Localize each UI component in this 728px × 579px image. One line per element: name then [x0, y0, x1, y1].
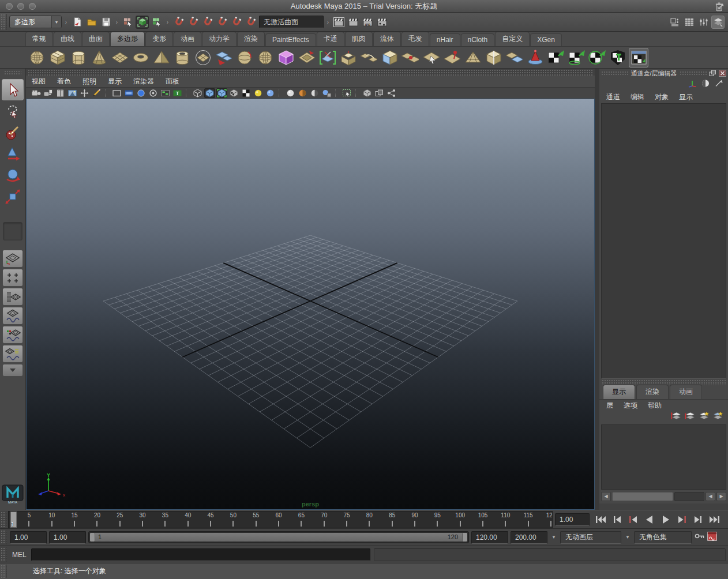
snap-to-point-icon[interactable]	[201, 16, 214, 29]
status-line-handle[interactable]	[1, 14, 7, 30]
time-slider-handle[interactable]	[1, 512, 7, 527]
trash-icon[interactable]	[715, 2, 723, 14]
open-render-view-icon[interactable]	[332, 16, 346, 29]
toolbox-handle[interactable]	[4, 70, 21, 76]
poly-sphere-icon[interactable]	[27, 48, 46, 67]
default-material-icon[interactable]	[285, 88, 296, 98]
render-current-frame-icon[interactable]	[347, 16, 360, 29]
poly-pipe-icon[interactable]	[172, 48, 192, 67]
uv-spherical-mapping-icon[interactable]	[587, 48, 607, 67]
uv-automatic-mapping-icon[interactable]	[608, 48, 628, 67]
new-scene-icon[interactable]	[70, 16, 84, 29]
mel-result-field[interactable]	[374, 548, 726, 561]
move-layer-down-icon[interactable]	[685, 412, 696, 424]
layout-hypershade-persp-button[interactable]	[2, 326, 23, 344]
shelf-tab-常规[interactable]: 常规	[25, 32, 53, 46]
viewport-menu-渲染器[interactable]: 渲染器	[127, 77, 160, 87]
viewport-menu-照明[interactable]: 照明	[77, 77, 102, 87]
manipulator-icon[interactable]	[688, 79, 697, 90]
scroll-left-icon[interactable]: ◀	[706, 492, 715, 501]
shelf-tab-卡通[interactable]: 卡通	[317, 32, 344, 46]
layout-four-pane-button[interactable]	[2, 269, 23, 287]
channel-box-menu-编辑[interactable]: 编辑	[625, 92, 650, 102]
modeling-toolkit-icon[interactable]	[668, 16, 681, 29]
mel-input[interactable]	[31, 548, 370, 561]
safe-action-icon[interactable]	[160, 88, 171, 98]
speed-toggle-icon[interactable]	[701, 79, 710, 90]
shelf-tab-流体[interactable]: 流体	[373, 32, 401, 46]
collapse-handle[interactable]: ›	[325, 15, 331, 29]
viewport-handle[interactable]	[28, 69, 593, 76]
save-scene-icon[interactable]	[99, 16, 112, 29]
channel-box-menu-显示[interactable]: 显示	[674, 92, 698, 102]
layer-tab-显示[interactable]: 显示	[603, 385, 635, 399]
create-layer-from-selected-icon[interactable]	[712, 412, 723, 424]
smooth-shade-icon[interactable]	[204, 88, 215, 98]
playback-start-field[interactable]: 1.00	[49, 531, 86, 544]
shelf-tab-变形[interactable]: 变形	[145, 32, 173, 46]
range-slider[interactable]: 1 120	[88, 531, 469, 543]
rotate-tool[interactable]	[2, 164, 24, 186]
xray-icon[interactable]	[297, 88, 308, 98]
menuset-selector[interactable]: 多边形 ▼	[9, 16, 62, 28]
poly-bevel-icon[interactable]	[380, 48, 399, 67]
paint-select-tool[interactable]	[2, 122, 24, 143]
render-settings-icon[interactable]	[376, 16, 389, 29]
auto-keyframe-icon[interactable]	[694, 532, 705, 543]
last-tool-slot[interactable]	[3, 222, 22, 240]
animation-end-field[interactable]: 200.00	[511, 531, 547, 544]
animation-start-field[interactable]: 1.00	[10, 531, 47, 544]
scroll-left-icon[interactable]: ◀	[601, 492, 611, 501]
make-live-icon[interactable]	[244, 16, 257, 29]
resolution-gate-icon[interactable]	[123, 88, 134, 98]
snap-to-grid-icon[interactable]	[172, 16, 185, 29]
collapse-handle[interactable]: ›	[63, 15, 69, 29]
range-start-handle[interactable]	[90, 533, 95, 542]
ipr-render-icon[interactable]: IPR	[361, 16, 374, 29]
range-end-handle[interactable]	[462, 533, 467, 542]
channel-box-icon[interactable]	[711, 16, 725, 29]
use-all-lights-icon[interactable]	[241, 88, 252, 98]
plugin-shading-icon[interactable]	[321, 88, 332, 98]
channel-box-handle[interactable]	[680, 71, 707, 76]
poly-quadrangulate-icon[interactable]	[483, 48, 503, 67]
move-layer-up-icon[interactable]	[671, 412, 682, 424]
share-view-icon[interactable]	[386, 88, 397, 98]
poly-triangulate-icon[interactable]	[463, 48, 482, 67]
poly-plane-icon[interactable]	[110, 48, 129, 67]
float-panel-icon[interactable]	[709, 69, 716, 79]
snap-to-view-plane-icon[interactable]	[230, 16, 243, 29]
poly-reduce-icon[interactable]	[297, 48, 316, 67]
poly-extrude-icon[interactable]	[338, 48, 358, 67]
shelf-tab-nHair[interactable]: nHair	[430, 33, 460, 46]
shelf-tab-曲面[interactable]: 曲面	[82, 32, 110, 46]
shelf-tab-动画[interactable]: 动画	[174, 32, 201, 46]
image-plane-icon[interactable]	[67, 88, 78, 98]
viewport-menu-着色[interactable]: 着色	[51, 77, 77, 87]
open-scene-icon[interactable]	[85, 16, 98, 29]
step-back-frame-button[interactable]	[609, 512, 625, 527]
tool-settings-icon[interactable]	[697, 16, 710, 29]
layout-outliner-graph-button[interactable]	[2, 345, 23, 363]
snap-to-curve-icon[interactable]	[186, 16, 200, 29]
multi-cut-icon[interactable]	[317, 48, 337, 67]
shelf-tab-渲染[interactable]: 渲染	[237, 32, 265, 46]
gate-mask-icon[interactable]	[136, 88, 147, 98]
goto-end-button[interactable]	[706, 512, 722, 527]
channel-box-menu-对象[interactable]: 对象	[650, 92, 674, 102]
layer-menu-帮助[interactable]: 帮助	[643, 401, 667, 411]
poly-torus-icon[interactable]	[130, 48, 150, 67]
play-forwards-button[interactable]	[658, 512, 674, 527]
subdiv-proxy-icon[interactable]	[276, 48, 295, 67]
poly-platonic-icon[interactable]	[193, 48, 212, 67]
uv-cylindrical-mapping-icon[interactable]	[566, 48, 586, 67]
sculpt-tool-icon[interactable]	[525, 48, 545, 67]
viewport-menu-显示[interactable]: 显示	[102, 77, 127, 87]
lasso-select-tool[interactable]	[2, 100, 24, 122]
select-tool[interactable]	[2, 79, 24, 100]
close-panel-icon[interactable]	[719, 69, 726, 79]
film-gate-icon[interactable]	[111, 88, 122, 98]
shelf-tab-毛发[interactable]: 毛发	[401, 32, 429, 46]
panel-divider[interactable]	[595, 69, 599, 510]
channel-box-handle[interactable]	[601, 71, 628, 76]
